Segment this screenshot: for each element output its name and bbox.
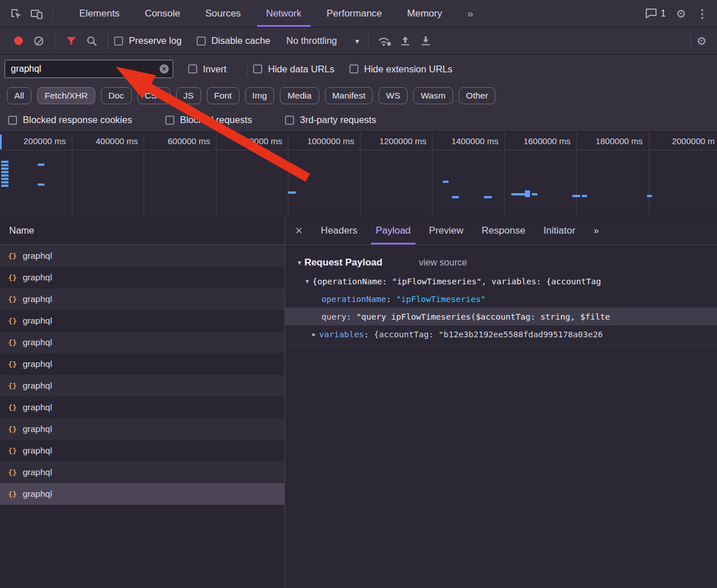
- payload-value: "ipFlowTimeseries": [396, 295, 486, 304]
- request-row[interactable]: {}graphql: [0, 332, 284, 353]
- payload-row-query[interactable]: query: "query ipFlowTimeseries($accountT…: [285, 308, 717, 325]
- tab-elements[interactable]: Elements: [67, 0, 132, 27]
- tab-headers[interactable]: Headers: [312, 217, 366, 244]
- waterfall-bar[interactable]: [1, 161, 9, 163]
- json-file-icon: {}: [8, 273, 17, 282]
- waterfall-bar[interactable]: [38, 164, 44, 166]
- chip-js[interactable]: JS: [176, 87, 201, 104]
- filter-input[interactable]: [5, 60, 173, 78]
- tab-performance[interactable]: Performance: [314, 0, 394, 27]
- third-party-toggle[interactable]: 3rd-party requests: [285, 115, 376, 125]
- invert-filter-toggle[interactable]: Invert: [188, 64, 226, 75]
- waterfall-bar[interactable]: [647, 195, 652, 197]
- settings-gear-icon[interactable]: ⚙: [676, 8, 686, 19]
- waterfall-bar[interactable]: [1, 168, 9, 170]
- network-settings-gear-icon[interactable]: ⚙: [696, 35, 707, 47]
- waterfall-bar[interactable]: [0, 134, 2, 149]
- waterfall-bar[interactable]: [452, 196, 459, 198]
- filter-toggle-button[interactable]: [61, 31, 82, 51]
- request-details-panel: × Headers Payload Preview Response Initi…: [285, 217, 717, 588]
- request-row[interactable]: {}graphql: [0, 288, 284, 310]
- kebab-menu-icon[interactable]: ⋮: [696, 8, 708, 19]
- waterfall-bar[interactable]: [582, 195, 587, 197]
- chip-doc[interactable]: Doc: [101, 87, 132, 104]
- chip-fetch-xhr[interactable]: Fetch/XHR: [37, 87, 95, 104]
- waterfall-bar[interactable]: [288, 191, 296, 194]
- payload-row-operationname[interactable]: operationName: "ipFlowTimeseries": [285, 290, 717, 308]
- name-column-header[interactable]: Name: [0, 217, 284, 245]
- request-row[interactable]: {}graphql: [0, 418, 284, 440]
- tab-preview[interactable]: Preview: [420, 217, 472, 244]
- network-conditions-button[interactable]: [374, 31, 395, 51]
- request-row[interactable]: {}graphql: [0, 267, 284, 288]
- chip-ws[interactable]: WS: [378, 87, 408, 104]
- request-row[interactable]: {}graphql: [0, 375, 284, 397]
- tab-network[interactable]: Network: [254, 0, 314, 27]
- request-row[interactable]: {}graphql: [0, 353, 284, 375]
- request-row[interactable]: {}graphql: [0, 462, 284, 483]
- hide-data-urls-toggle[interactable]: Hide data URLs: [253, 64, 334, 75]
- request-name: graphql: [23, 489, 52, 499]
- preserve-log-toggle[interactable]: Preserve log: [114, 35, 182, 46]
- network-overview-timeline[interactable]: 200000 ms 400000 ms 600000 ms 800000 ms …: [0, 132, 717, 217]
- import-har-button[interactable]: [395, 31, 415, 51]
- chip-all[interactable]: All: [7, 87, 31, 104]
- waterfall-bar[interactable]: [484, 196, 492, 198]
- export-har-button[interactable]: [415, 31, 436, 51]
- chip-font[interactable]: Font: [207, 87, 239, 104]
- search-button[interactable]: [82, 31, 102, 51]
- toolbar-divider: [52, 6, 53, 21]
- tab-response[interactable]: Response: [472, 217, 535, 244]
- clear-filter-icon[interactable]: ×: [160, 64, 169, 74]
- tab-console[interactable]: Console: [132, 0, 193, 27]
- request-row[interactable]: {}graphql: [0, 440, 284, 462]
- chip-css[interactable]: CSS: [137, 87, 170, 104]
- waterfall-bar[interactable]: [1, 171, 9, 173]
- toolbar-right-group: 1 ⚙ ⋮: [645, 8, 717, 19]
- waterfall-bar[interactable]: [1, 181, 9, 183]
- waterfall-bar[interactable]: [1, 174, 9, 177]
- request-row[interactable]: {}graphql: [0, 310, 284, 332]
- chip-wasm[interactable]: Wasm: [413, 87, 453, 104]
- waterfall-bar[interactable]: [1, 178, 9, 180]
- waterfall-bar[interactable]: [1, 164, 9, 166]
- more-details-tabs-icon[interactable]: »: [584, 217, 606, 244]
- chip-manifest[interactable]: Manifest: [325, 87, 373, 104]
- inspect-element-icon[interactable]: [6, 3, 26, 24]
- request-row[interactable]: {}graphql: [0, 245, 284, 267]
- chip-media[interactable]: Media: [280, 87, 319, 104]
- waterfall-bar[interactable]: [532, 193, 537, 195]
- device-toolbar-icon[interactable]: [26, 3, 47, 24]
- waterfall-bar[interactable]: [572, 195, 580, 197]
- chip-other[interactable]: Other: [459, 87, 496, 104]
- close-icon[interactable]: ×: [295, 224, 303, 237]
- tab-initiator[interactable]: Initiator: [535, 217, 585, 244]
- blocked-requests-toggle[interactable]: Blocked requests: [165, 115, 252, 125]
- waterfall-bar[interactable]: [38, 183, 44, 186]
- request-payload-section-header[interactable]: ▼ Request Payload view source: [285, 253, 717, 272]
- chevron-down-icon: ▾: [355, 36, 359, 46]
- view-source-link[interactable]: view source: [419, 258, 467, 268]
- tab-memory[interactable]: Memory: [394, 0, 454, 27]
- hide-extension-urls-toggle[interactable]: Hide extension URLs: [349, 64, 453, 75]
- payload-row-variables[interactable]: ▶ variables: {accountTag: "b12e3b2192ee5…: [285, 325, 717, 343]
- tab-payload[interactable]: Payload: [366, 217, 419, 244]
- waterfall-bar[interactable]: [1, 185, 9, 187]
- throttling-dropdown[interactable]: No throttling ▾: [286, 35, 359, 46]
- waterfall-bar[interactable]: [525, 190, 530, 197]
- request-row[interactable]: {}graphql: [0, 397, 284, 418]
- console-messages-button[interactable]: 1: [645, 8, 666, 19]
- payload-root-row[interactable]: ▼ {operationName: "ipFlowTimeseries", va…: [285, 272, 717, 290]
- chip-img[interactable]: Img: [245, 87, 275, 104]
- more-tabs-icon[interactable]: »: [455, 0, 485, 27]
- request-row-selected[interactable]: {}graphql: [0, 483, 284, 505]
- devtools-tabs: Elements Console Sources Network Perform…: [67, 0, 484, 27]
- waterfall-bar[interactable]: [443, 181, 449, 183]
- record-network-log-button[interactable]: [8, 31, 28, 51]
- disable-cache-toggle[interactable]: Disable cache: [197, 35, 271, 46]
- blocked-cookies-toggle[interactable]: Blocked response cookies: [8, 115, 132, 125]
- request-name: graphql: [23, 251, 52, 261]
- tab-sources[interactable]: Sources: [193, 0, 253, 27]
- clear-network-log-button[interactable]: [28, 31, 49, 51]
- waterfall-bar[interactable]: [511, 193, 526, 195]
